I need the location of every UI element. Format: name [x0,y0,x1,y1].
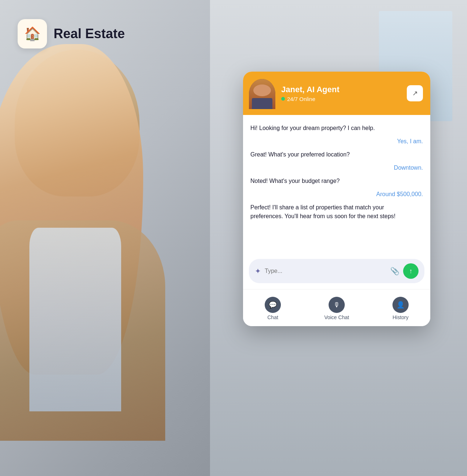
agent-status: 24/7 Online [281,96,401,102]
message-5: Noted! What's your budget range? [250,177,340,185]
hair [15,50,140,196]
chat-header: Janet, AI Agent 24/7 Online ↗ [243,72,430,115]
chat-widget: Janet, AI Agent 24/7 Online ↗ Hi! Lookin… [243,72,430,326]
sparkle-icon: ✦ [255,267,261,275]
app-header: 🏠 Real Estate [18,19,125,48]
chat-input-area: ✦ 📎 ↑ [243,255,430,289]
jacket [0,220,165,441]
app-title: Real Estate [54,26,125,42]
status-text: 24/7 Online [287,96,315,102]
nav-item-voice-chat[interactable]: 🎙 Voice Chat [317,294,356,323]
home-icon: 🏠 [24,26,41,42]
agent-info: Janet, AI Agent 24/7 Online [281,85,401,102]
voice-chat-nav-label: Voice Chat [324,314,349,320]
voice-chat-nav-icon: 🎙 [329,297,345,313]
attach-icon[interactable]: 📎 [390,267,399,275]
chat-messages: Hi! Looking for your dream property? I c… [243,115,430,255]
send-arrow-icon: ↑ [409,267,413,275]
chat-input[interactable] [265,268,387,274]
nav-item-chat[interactable]: 💬 Chat [257,294,288,323]
expand-icon: ↗ [412,89,418,97]
history-nav-icon: 👤 [392,297,409,313]
nav-item-history[interactable]: 👤 History [385,294,416,323]
shirt [29,228,121,411]
input-row: ✦ 📎 ↑ [249,259,424,283]
message-1: Hi! Looking for your dream property? I c… [250,124,375,133]
avatar-face [249,79,275,109]
expand-button[interactable]: ↗ [407,85,423,101]
message-6: Around $500,000. [376,190,423,199]
chat-nav-label: Chat [267,314,278,320]
chat-nav-icon: 💬 [265,297,281,313]
message-7: Perfect! I'll share a list of properties… [250,203,397,221]
agent-name: Janet, AI Agent [281,85,401,94]
logo-box: 🏠 [18,19,47,48]
bottom-nav: 💬 Chat 🎙 Voice Chat 👤 History [243,289,430,326]
message-4: Downtown. [394,163,423,172]
agent-avatar [249,79,275,109]
message-2: Yes, I am. [397,137,423,146]
online-status-dot [281,97,285,101]
message-3: Great! What's your preferred location? [250,150,350,159]
face [0,44,143,375]
history-nav-label: History [392,314,409,320]
send-button[interactable]: ↑ [403,263,419,279]
